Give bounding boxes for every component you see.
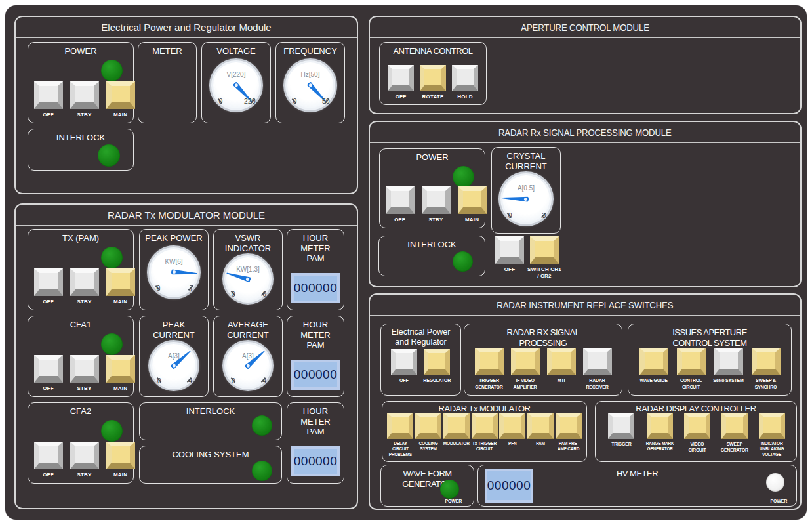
replace-cooling-system-button[interactable]	[415, 413, 441, 439]
rx-power-status-led	[453, 166, 474, 188]
tx-interlock-section: INTERLOCK	[139, 402, 282, 440]
section-title: HOUR METER PAM	[287, 316, 344, 350]
cfa1-main-button[interactable]	[106, 355, 135, 383]
replace-trigger-button[interactable]	[608, 413, 634, 439]
power-main-button[interactable]	[106, 81, 135, 109]
replace-control-circuit-button[interactable]	[677, 348, 706, 375]
antenna-hold-button[interactable]	[452, 65, 478, 91]
replace-switch: REGULATOR	[423, 349, 451, 383]
hour-meter-display: 000000	[291, 446, 340, 476]
replace-switch: WAVE GUIDE	[637, 348, 671, 383]
tx-pam-section: TX (PAM) OFF STBY MAIN	[28, 229, 134, 310]
cfa1-stby-button[interactable]	[70, 355, 99, 383]
replace-mti-button[interactable]	[547, 348, 576, 375]
power-off-button[interactable]	[34, 81, 63, 109]
replace-pfn-button[interactable]	[499, 413, 525, 439]
waveform-generator-section: WAVE FORM GENERATOR POWER	[380, 465, 474, 507]
cfa1-off-button[interactable]	[34, 355, 63, 383]
replace-electrical-regulator-button[interactable]	[424, 349, 450, 375]
rx-interlock-status-led	[453, 251, 473, 272]
section-title: CRYSTAL CURRENT	[492, 148, 560, 171]
power-stby-button[interactable]	[70, 81, 99, 109]
gauge-needle	[171, 268, 198, 278]
section-title: ANTENNA CONTROL	[380, 43, 486, 56]
hour-meter-display: 000000	[291, 273, 340, 303]
replace-pam-pre-amp-button[interactable]	[556, 413, 582, 439]
replace-tx-trigger-circuit-button[interactable]	[472, 413, 498, 439]
radar-simulator-screen: Electrical Power and Regulator Module PO…	[0, 0, 812, 525]
tx-pam-off-button[interactable]	[34, 268, 63, 296]
cfa2-stby-button[interactable]	[70, 442, 99, 469]
vswr-gauge: KW[1.3] 0 6	[222, 253, 274, 304]
section-title: RADAR RX SIGNAL PROESSING	[464, 324, 622, 348]
module-aperture-control: APERTURE CONTROL MODULE ANTENNA CONTROL …	[369, 16, 802, 114]
replace-display-controller-section: RADAR DISPLAY CONTROLLER TRIGGER RANGE M…	[595, 401, 797, 462]
frequency-gauge: Hz[50] 0 50	[283, 58, 337, 112]
control-panel: Electrical Power and Regulator Module PO…	[5, 5, 807, 520]
section-title: INTERLOCK	[140, 403, 281, 417]
section-title: POWER	[380, 149, 485, 163]
crystal-switch-cr1-cr2-button[interactable]	[530, 236, 559, 264]
replace-electrical-off-button[interactable]	[391, 349, 417, 375]
peak-current-section: PEAK CURRENT A[3] 0 4	[139, 316, 209, 397]
replace-video-circuit-button[interactable]	[684, 413, 710, 439]
replace-modulator-button[interactable]	[443, 413, 470, 439]
power-status-led	[101, 60, 123, 81]
module-title: RADAR INSTRUMENT REPLACE SWITCHES	[370, 295, 800, 316]
tx-pam-stby-button[interactable]	[70, 268, 99, 296]
replace-sweep-synchro-button[interactable]	[752, 348, 781, 375]
replace-switch: INDICATOR UNBLAKING VOLTAGE	[756, 413, 788, 458]
rx-power-off-button[interactable]	[386, 186, 415, 214]
replace-range-mark-generator-button[interactable]	[647, 413, 673, 439]
power-label: POWER	[771, 498, 787, 504]
antenna-control-section: ANTENNA CONTROL OFF ROTATE HOLD	[379, 42, 487, 105]
section-title: WAVE FORM GENERATOR	[381, 465, 474, 489]
peak-power-section: PEAK POWER KW[6] 0 7	[139, 229, 209, 310]
cfa2-main-button[interactable]	[106, 442, 135, 469]
module-title: APERTURE CONTROL MODULE	[370, 17, 800, 38]
gauge-min-label: 0	[218, 97, 222, 105]
replace-seno-system-button[interactable]	[714, 348, 743, 375]
power-section: POWER OFF STBY MAIN	[28, 42, 134, 123]
module-electrical-power: Electrical Power and Regulator Module PO…	[14, 16, 358, 194]
gauge-min-label: 0	[293, 97, 296, 105]
tx-pam-main-button[interactable]	[106, 268, 135, 296]
hv-meter-display: 000000	[485, 469, 533, 503]
module-rx-signal-processing: RADAR Rx SIGNAL PROCESSING MODULE POWER …	[369, 121, 802, 287]
replace-if-video-amplifier-button[interactable]	[511, 348, 540, 375]
cfa2-section: CFA2 OFF STBY MAIN	[28, 402, 134, 484]
replace-electrical-section: Electrical Power and Regulator OFF REGUL…	[380, 324, 461, 396]
section-title: TX (PAM)	[28, 230, 133, 243]
cfa2-status-led	[101, 420, 123, 442]
crystal-switch-off-button[interactable]	[495, 236, 524, 264]
cfa2-off-button[interactable]	[34, 442, 63, 469]
replace-trigger-generator-button[interactable]	[475, 348, 504, 375]
replace-sweep-generator-button[interactable]	[721, 413, 748, 439]
replace-switch: IF VIDEO AMPLIFIER	[509, 348, 542, 390]
replace-switch: PFN	[498, 413, 527, 447]
voltage-gauge: V[220] 0 220	[209, 58, 263, 112]
vswr-section: VSWR INDICATOR KW[1.3] 0 6	[213, 229, 283, 310]
section-title: FREQUENCY	[276, 43, 344, 56]
gauge-unit-label: V[220]	[211, 71, 261, 78]
hv-meter-section: HV METER 000000 POWER	[477, 465, 797, 507]
rx-power-stby-button[interactable]	[422, 186, 451, 214]
replace-pam-button[interactable]	[527, 413, 554, 439]
replace-delay-circuit-button[interactable]	[387, 413, 413, 439]
gauge-max-label: 50	[322, 97, 330, 105]
section-title: INTERLOCK	[28, 129, 133, 143]
peak-power-gauge: KW[6] 0 7	[147, 245, 201, 299]
rx-power-main-button[interactable]	[458, 186, 487, 214]
voltage-section: VOLTAGE V[220] 0 220	[201, 42, 271, 123]
rx-interlock-section: INTERLOCK	[378, 236, 485, 276]
antenna-rotate-button[interactable]	[420, 65, 446, 91]
replace-radar-receiver-button[interactable]	[583, 348, 612, 375]
hour-meter-pam-section-1: HOUR METER PAM 000000	[287, 229, 344, 310]
replace-indicator-unblaking-button[interactable]	[759, 413, 785, 439]
antenna-off-button[interactable]	[388, 65, 414, 91]
cfa1-status-led	[101, 333, 123, 355]
gauge-needle	[502, 194, 529, 203]
section-title: HOUR METER PAM	[287, 403, 344, 437]
replace-wave-guide-button[interactable]	[639, 348, 668, 375]
hour-meter-pam-section-3: HOUR METER PAM 000000	[287, 402, 344, 484]
